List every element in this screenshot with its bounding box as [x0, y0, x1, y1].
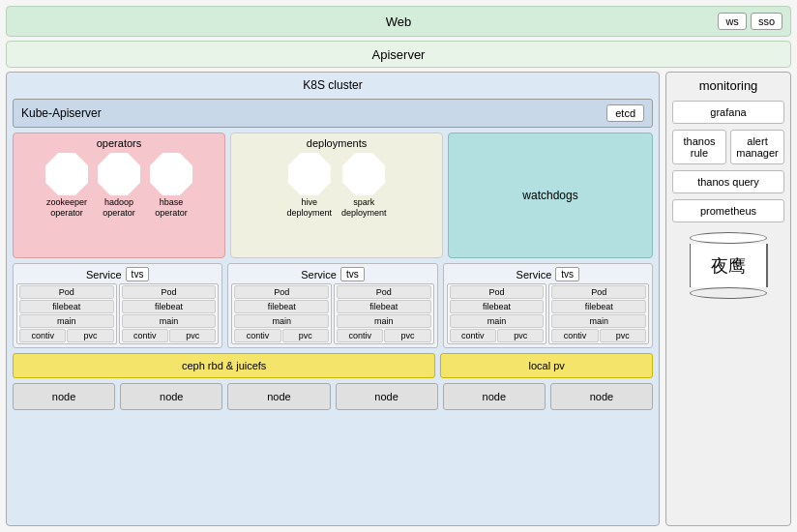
- tvs-3: tvs: [555, 267, 579, 281]
- bottom-1a: contiv pvc: [19, 329, 114, 342]
- kube-apiserver-row: Kube-Apiserver etcd: [13, 99, 653, 128]
- filebeat-2a: filebeat: [234, 300, 329, 313]
- pod-label-1b: Pod: [122, 285, 217, 299]
- tvs-1: tvs: [126, 267, 150, 281]
- pod-label-1a: Pod: [19, 285, 114, 299]
- bottom-1b: contiv pvc: [122, 329, 217, 342]
- operator-hadoop: hadoopoperator: [98, 153, 140, 219]
- apiserver-bar: Apiserver: [6, 41, 791, 68]
- pod-2a: Pod filebeat main contiv pvc: [231, 283, 332, 344]
- deployment-hive: hivedeployment: [286, 153, 332, 219]
- filebeat-2b: filebeat: [337, 300, 431, 313]
- service-label-2: Service: [301, 269, 337, 281]
- octagon-zookeeper: [45, 153, 88, 195]
- pod-1a: Pod filebeat main contiv pvc: [16, 283, 117, 344]
- grafana-box: grafana: [672, 101, 784, 124]
- service-header-1: Service tvs: [16, 267, 219, 281]
- filebeat-1b: filebeat: [122, 300, 217, 313]
- filebeat-1a: filebeat: [19, 300, 114, 313]
- service-group-3: Service tvs Pod filebeat main contiv pvc: [443, 263, 653, 348]
- contiv-3a: contiv: [450, 329, 496, 342]
- contiv-2a: contiv: [234, 329, 280, 342]
- web-title: Web: [386, 15, 412, 29]
- octagon-hadoop: [98, 153, 140, 195]
- operator-hbase: hbaseoperator: [150, 153, 192, 219]
- yingye-container: 夜鹰: [672, 232, 784, 299]
- contiv-2b: contiv: [337, 329, 383, 342]
- contiv-3b: contiv: [551, 329, 598, 342]
- deployment-spark: sparkdeployment: [341, 153, 387, 219]
- pvc-1b: pvc: [169, 329, 216, 342]
- bottom-section: K8S cluster Kube-Apiserver etcd operator…: [6, 72, 791, 526]
- pod-3b: Pod filebeat main contiv pvc: [548, 283, 649, 344]
- node-4: node: [336, 383, 438, 410]
- pod-label-3a: Pod: [450, 285, 545, 299]
- node-6: node: [550, 383, 653, 410]
- filebeat-3a: filebeat: [450, 300, 545, 313]
- cylinder-bottom: [690, 287, 767, 299]
- tvs-2: tvs: [340, 267, 365, 281]
- thanos-query-box: thanos query: [672, 170, 784, 193]
- node-3: node: [227, 383, 330, 410]
- service-header-3: Service tvs: [447, 267, 649, 281]
- deployments-title: deployments: [307, 137, 367, 149]
- pod-2b: Pod filebeat main contiv pvc: [334, 283, 434, 344]
- storage-row: ceph rbd & juicefs local pv: [13, 353, 653, 378]
- ws-button[interactable]: ws: [718, 13, 746, 30]
- watchdogs-label: watchdogs: [522, 189, 577, 202]
- sso-button[interactable]: sso: [751, 13, 782, 30]
- main-3b: main: [551, 314, 646, 328]
- main-1a: main: [19, 314, 114, 328]
- monitoring-title: monitoring: [672, 78, 784, 93]
- storage-local-label: local pv: [529, 360, 565, 371]
- cylinder-body: 夜鹰: [690, 244, 767, 287]
- node-1: node: [13, 383, 115, 410]
- kube-apiserver-label: Kube-Apiserver: [21, 106, 102, 120]
- contiv-1a: contiv: [19, 329, 66, 342]
- thanos-rule-box: thanos rule: [672, 130, 726, 164]
- pod-label-3b: Pod: [551, 285, 646, 299]
- octagon-spark: [342, 153, 385, 195]
- main-3a: main: [450, 314, 545, 328]
- bottom-2b: contiv pvc: [337, 329, 431, 342]
- pvc-3a: pvc: [497, 329, 544, 342]
- bottom-3b: contiv pvc: [551, 329, 646, 342]
- service-header-2: Service tvs: [231, 267, 433, 281]
- k8s-cluster: K8S cluster Kube-Apiserver etcd operator…: [6, 72, 660, 526]
- storage-ceph: ceph rbd & juicefs: [13, 353, 435, 378]
- operators-title: operators: [97, 137, 141, 149]
- octagon-spark-label: sparkdeployment: [341, 197, 387, 219]
- bottom-2a: contiv pvc: [234, 329, 329, 342]
- octagon-hadoop-label: hadoopoperator: [103, 197, 135, 219]
- services-row: Service tvs Pod filebeat main contiv pvc: [13, 263, 653, 348]
- watchdogs-box: watchdogs: [448, 133, 653, 258]
- pvc-2b: pvc: [384, 329, 430, 342]
- octagon-hive-label: hivedeployment: [286, 197, 332, 219]
- operators-box: operators zookeeperoperator hadoopoperat…: [13, 133, 225, 258]
- operator-zookeeper: zookeeperoperator: [45, 153, 88, 219]
- prometheus-box: prometheus: [672, 199, 784, 222]
- yingye-label: 夜鹰: [711, 254, 746, 278]
- bottom-3a: contiv pvc: [450, 329, 545, 342]
- octagon-hive: [288, 153, 331, 195]
- storage-ceph-label: ceph rbd & juicefs: [182, 360, 266, 371]
- pvc-1a: pvc: [67, 329, 113, 342]
- service-label-3: Service: [517, 269, 552, 281]
- pod-columns-3: Pod filebeat main contiv pvc Pod filebea…: [447, 283, 649, 344]
- etcd-box: etcd: [606, 104, 644, 122]
- operators-icons: zookeeperoperator hadoopoperator hbaseop…: [45, 153, 192, 219]
- deployments-icons: hivedeployment sparkdeployment: [286, 153, 386, 219]
- main-2b: main: [337, 314, 431, 328]
- nodes-row: node node node node node node: [13, 383, 653, 410]
- k8s-title: K8S cluster: [13, 78, 653, 92]
- main-1b: main: [122, 314, 217, 328]
- monitoring-sidebar: monitoring grafana thanos rule alertmana…: [665, 72, 791, 526]
- pod-columns-2: Pod filebeat main contiv pvc Pod filebea…: [231, 283, 433, 344]
- middle-row: operators zookeeperoperator hadoopoperat…: [13, 133, 653, 258]
- main-container: Web ws sso Apiserver K8S cluster Kube-Ap…: [0, 0, 797, 532]
- storage-local: local pv: [440, 353, 653, 378]
- pod-label-2b: Pod: [337, 285, 431, 299]
- pod-1b: Pod filebeat main contiv pvc: [119, 283, 220, 344]
- thanos-row: thanos rule alertmanager: [672, 130, 784, 164]
- pvc-2a: pvc: [282, 329, 329, 342]
